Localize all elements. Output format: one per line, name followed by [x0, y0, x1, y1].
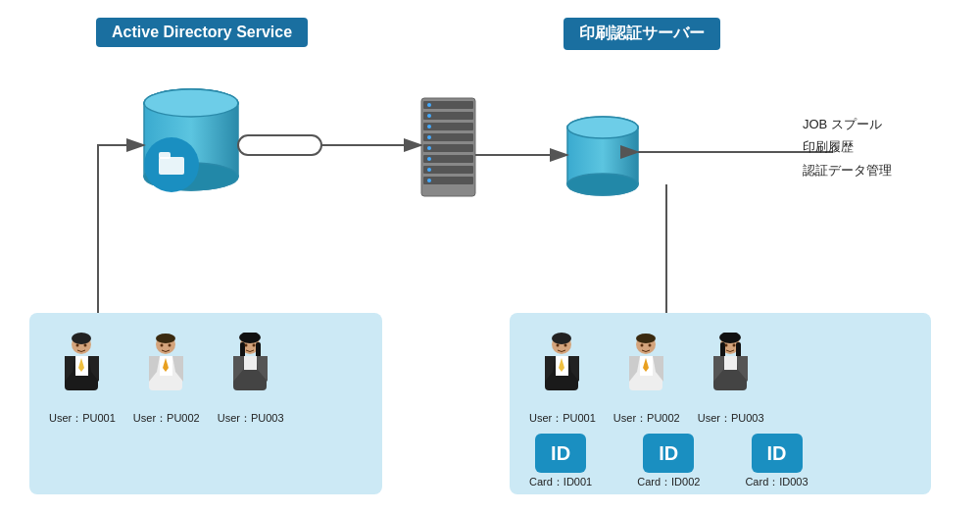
- svg-rect-11: [159, 152, 171, 159]
- user-avatar-2: [139, 333, 193, 406]
- info-box: JOB スプール 印刷履歴 認証データ管理: [803, 113, 892, 181]
- id-card-2: ID: [643, 434, 694, 473]
- diagram: Active Directory Service 印刷認証サーバー: [0, 0, 980, 514]
- left-user-2: User：PU002: [133, 333, 200, 426]
- left-panel: User：PU001 User：PU002: [29, 313, 382, 494]
- right-user-2-label: User：PU002: [613, 411, 680, 426]
- svg-point-34: [427, 157, 431, 161]
- svg-point-54: [156, 334, 175, 343]
- svg-point-61: [169, 344, 172, 347]
- right-user-1-label: User：PU001: [529, 411, 596, 426]
- id-card-3: ID: [752, 434, 803, 473]
- left-user-1: User：PU001: [49, 333, 116, 426]
- svg-point-71: [253, 344, 256, 347]
- card-item-2: ID Card：ID002: [637, 434, 700, 489]
- svg-point-33: [427, 146, 431, 150]
- left-user-1-label: User：PU001: [49, 411, 116, 426]
- svg-point-35: [427, 168, 431, 172]
- user-avatar-1: [55, 333, 109, 406]
- id-card-1: ID: [535, 434, 586, 473]
- info-line-2: 印刷履歴: [803, 135, 892, 158]
- left-user-3: User：PU003: [218, 333, 284, 426]
- left-user-3-label: User：PU003: [218, 411, 284, 426]
- svg-point-88: [641, 344, 644, 347]
- svg-point-19: [567, 117, 638, 138]
- card-label-2: Card：ID002: [637, 475, 700, 489]
- svg-point-8: [144, 89, 238, 117]
- svg-point-70: [245, 344, 248, 347]
- svg-point-82: [636, 334, 656, 343]
- svg-point-51: [76, 344, 79, 347]
- svg-point-89: [649, 344, 652, 347]
- card-item-1: ID Card：ID001: [529, 434, 592, 489]
- svg-point-99: [733, 344, 736, 347]
- card-label-1: Card：ID001: [529, 475, 592, 489]
- right-user-avatar-1: [535, 333, 589, 406]
- svg-point-29: [427, 103, 431, 107]
- svg-point-60: [161, 344, 164, 347]
- left-user-row: User：PU001 User：PU002: [49, 333, 363, 426]
- svg-point-98: [725, 344, 728, 347]
- svg-rect-67: [244, 356, 257, 370]
- svg-point-32: [427, 135, 431, 139]
- right-user-avatar-2: [619, 333, 673, 406]
- right-user-row: User：PU001 User：PU002: [529, 333, 911, 426]
- card-label-3: Card：ID003: [745, 475, 808, 489]
- right-user-avatar-3: [704, 333, 758, 406]
- card-item-3: ID Card：ID003: [745, 434, 808, 489]
- info-line-1: JOB スプール: [803, 113, 892, 135]
- svg-point-30: [427, 114, 431, 118]
- right-user-2: User：PU002: [613, 333, 680, 426]
- svg-point-79: [557, 344, 560, 347]
- right-user-3-label: User：PU003: [698, 411, 764, 426]
- svg-point-80: [564, 344, 567, 347]
- right-user-1: User：PU001: [529, 333, 596, 426]
- svg-rect-10: [159, 157, 184, 175]
- left-user-2-label: User：PU002: [133, 411, 200, 426]
- right-panel: User：PU001 User：PU002: [510, 313, 931, 494]
- info-line-3: 認証データ管理: [803, 159, 892, 181]
- svg-point-36: [427, 179, 431, 182]
- svg-point-45: [72, 333, 91, 344]
- user-avatar-3: [223, 333, 277, 406]
- svg-point-73: [552, 333, 571, 344]
- svg-point-52: [84, 344, 87, 347]
- svg-rect-39: [238, 135, 321, 155]
- card-row: ID Card：ID001 ID Card：ID002 ID Card：ID00…: [529, 434, 911, 489]
- svg-rect-95: [724, 356, 737, 370]
- right-user-3: User：PU003: [698, 333, 764, 426]
- svg-point-31: [427, 125, 431, 128]
- svg-point-18: [567, 174, 638, 195]
